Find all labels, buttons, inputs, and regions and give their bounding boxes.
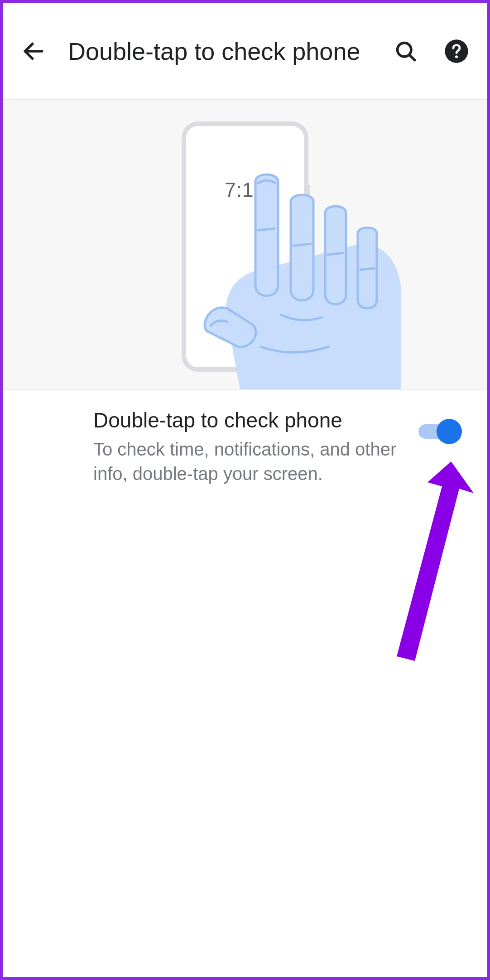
setting-title: Double-tap to check phone (93, 408, 404, 432)
hero-illustration: 7:15 (3, 100, 487, 390)
svg-line-8 (360, 268, 374, 270)
svg-line-2 (409, 54, 415, 60)
page-title: Double-tap to check phone (68, 37, 371, 65)
help-icon (444, 39, 469, 64)
app-bar: Double-tap to check phone (3, 3, 487, 100)
arrow-back-icon (21, 39, 46, 64)
toggle-thumb (437, 419, 462, 444)
search-icon (394, 39, 418, 63)
search-button[interactable] (389, 35, 422, 68)
illustration-hand-icon (202, 168, 410, 390)
setting-description: To check time, notifications, and other … (93, 437, 404, 486)
back-button[interactable] (17, 35, 50, 68)
setting-text-block: Double-tap to check phone To check time,… (93, 408, 418, 486)
svg-point-4 (455, 55, 458, 58)
screen-root: Double-tap to check phone 7:15 (0, 0, 490, 980)
setting-row-double-tap[interactable]: Double-tap to check phone To check time,… (3, 390, 487, 504)
help-button[interactable] (440, 35, 473, 68)
setting-toggle[interactable] (418, 419, 462, 444)
